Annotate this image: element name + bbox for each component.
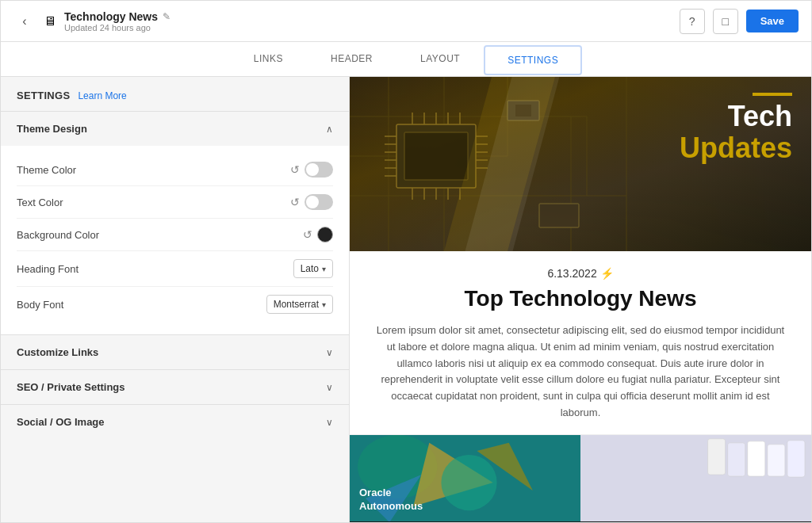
card-left-label: OracleAutonomous [359,487,423,513]
svg-rect-48 [748,441,765,476]
text-color-toggle[interactable] [304,194,333,210]
theme-color-toggle[interactable] [304,162,333,178]
top-bar: ‹ 🖥 Technology News ✎ Updated 24 hours a… [1,1,811,42]
svg-rect-12 [404,132,468,180]
desktop-preview-button[interactable]: □ [713,9,738,34]
theme-design-body: Theme Color ↺ Text Color ↺ [1,146,349,334]
seo-section: SEO / Private Settings ∨ [1,369,349,404]
edit-icon[interactable]: ✎ [163,11,170,22]
nav-tabs: LINKS HEADER LAYOUT SETTINGS [1,42,811,77]
bg-color-control: ↺ [303,227,333,242]
theme-color-row: Theme Color ↺ [17,154,333,186]
body-font-select[interactable]: Montserrat ▾ [266,295,333,314]
body-font-row: Body Font Montserrat ▾ [17,287,333,322]
heading-font-row: Heading Font Lato ▾ [17,251,333,287]
heading-font-value: Lato [301,263,319,274]
top-bar-right: ? □ Save [680,9,799,34]
customize-links-header[interactable]: Customize Links ∨ [1,335,349,369]
text-color-label: Text Color [17,197,63,208]
body-font-arrow: ▾ [322,300,326,309]
svg-rect-36 [539,204,579,227]
preview-hero: Tech Updates [350,77,811,251]
preview-panel: Tech Updates 6.13.2022 ⚡ Top Technology … [350,77,811,522]
seo-title: SEO / Private Settings [17,381,125,393]
heading-font-select[interactable]: Lato ▾ [293,259,333,278]
customize-links-title: Customize Links [17,346,98,358]
preview-card-right [580,434,811,521]
social-og-title: Social / OG Image [17,416,105,428]
theme-design-chevron: ∧ [326,124,333,135]
help-button[interactable]: ? [680,9,705,34]
svg-rect-49 [768,445,785,476]
page-info: Technology News ✎ Updated 24 hours ago [64,10,170,32]
text-color-control: ↺ [290,194,333,210]
back-button[interactable]: ‹ [13,10,36,32]
preview-headline: Top Technology News [375,286,786,311]
hero-updates-text: Updates [680,132,792,164]
svg-rect-50 [787,441,805,477]
customize-links-chevron: ∨ [326,347,333,358]
theme-color-reset[interactable]: ↺ [290,163,300,176]
bg-color-reset[interactable]: ↺ [303,228,312,241]
social-og-header[interactable]: Social / OG Image ∨ [1,405,349,439]
left-panel: SETTINGS Learn More Theme Design ∧ Theme… [1,77,350,522]
bg-color-row: Background Color ↺ [17,219,333,251]
hero-tech-text: Tech [680,101,792,132]
text-color-row: Text Color ↺ [17,186,333,219]
app-container: ‹ 🖥 Technology News ✎ Updated 24 hours a… [0,0,812,523]
theme-color-label: Theme Color [17,164,76,176]
page-icon: 🖥 [44,14,56,29]
top-bar-left: ‹ 🖥 Technology News ✎ Updated 24 hours a… [13,10,170,32]
svg-rect-46 [708,439,726,475]
page-title-row: Technology News ✎ [64,10,170,23]
social-og-section: Social / OG Image ∨ [1,404,349,439]
seo-header[interactable]: SEO / Private Settings ∨ [1,370,349,404]
page-title: Technology News [64,10,158,23]
social-og-chevron: ∨ [326,417,333,428]
preview-content: 6.13.2022 ⚡ Top Technology News Lorem ip… [350,251,811,434]
theme-design-header[interactable]: Theme Design ∧ [1,112,349,146]
seo-chevron: ∨ [326,382,333,393]
preview-date: 6.13.2022 ⚡ [375,267,786,280]
save-button[interactable]: Save [746,10,799,32]
bg-color-label: Background Color [17,229,99,241]
customize-links-section: Customize Links ∨ [1,334,349,369]
learn-more-link[interactable]: Learn More [78,90,126,101]
svg-rect-47 [728,443,745,476]
theme-design-title: Theme Design [17,123,87,135]
hero-background: Tech Updates [350,77,811,251]
settings-title: SETTINGS [17,90,70,101]
tab-layout[interactable]: LAYOUT [396,44,484,75]
bg-color-swatch[interactable] [317,227,333,242]
heading-font-arrow: ▾ [322,265,326,273]
settings-header: SETTINGS Learn More [1,77,349,111]
page-subtitle: Updated 24 hours ago [64,23,170,32]
hero-text-block: Tech Updates [680,101,792,163]
body-font-value: Montserrat [274,299,319,310]
body-font-label: Body Font [17,299,63,311]
tab-header[interactable]: HEADER [307,44,396,75]
tab-links[interactable]: LINKS [230,44,307,75]
tab-settings[interactable]: SETTINGS [484,45,582,75]
preview-body-text: Lorem ipsum dolor sit amet, consectetur … [375,323,786,422]
theme-design-section: Theme Design ∧ Theme Color ↺ Text Co [1,111,349,334]
preview-cards-row: OracleAutonomous [350,434,811,521]
text-color-reset[interactable]: ↺ [290,196,300,208]
theme-color-control: ↺ [290,162,333,178]
heading-font-label: Heading Font [17,263,79,275]
preview-card-left: OracleAutonomous [350,434,580,521]
main-area: SETTINGS Learn More Theme Design ∧ Theme… [1,77,811,522]
hero-accent [753,93,792,96]
